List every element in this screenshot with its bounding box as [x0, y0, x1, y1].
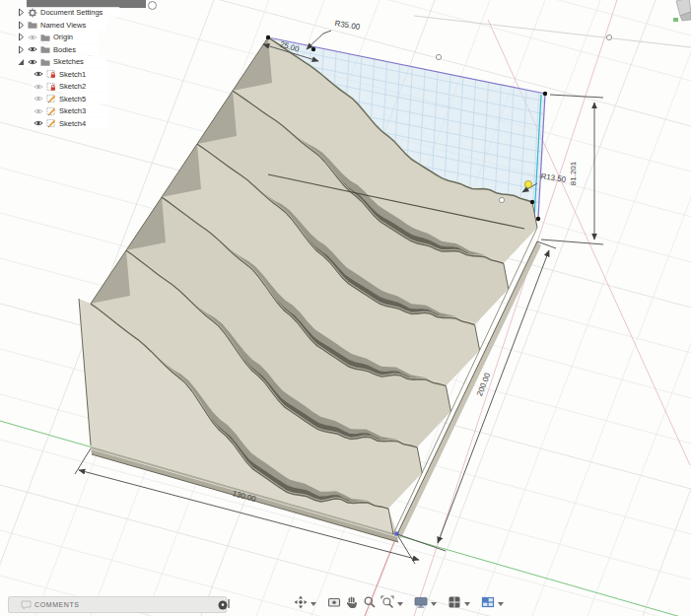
tree-item-sketch1[interactable]: Sketch1 [32, 69, 108, 80]
expand-arrow-icon[interactable] [18, 33, 25, 41]
viewports-dropdown-caret[interactable] [498, 602, 504, 606]
sketch-edit-icon [46, 94, 56, 103]
expand-arrow-icon[interactable] [18, 8, 25, 17]
document-status-badge [148, 1, 157, 10]
tree-item-sketch4[interactable]: Sketch4 [32, 118, 108, 129]
sketch-edit-icon [46, 106, 56, 116]
visibility-eye-icon[interactable] [34, 94, 43, 103]
dim-height[interactable]: 81.201 [569, 161, 578, 185]
viewports-icon[interactable] [480, 594, 495, 609]
grid-and-snaps-icon[interactable] [447, 594, 461, 609]
tree-item-label: Bodies [53, 45, 76, 54]
folder-icon [40, 44, 50, 54]
pan-icon[interactable] [344, 594, 359, 609]
tree-item-label: Named Views [40, 21, 86, 30]
folder-icon [40, 57, 50, 67]
dim-radius-front[interactable]: R13.50 [540, 171, 567, 184]
grid-and-snaps-dropdown-caret[interactable] [464, 602, 470, 606]
tree-item-label: Origin [53, 33, 73, 41]
gear-icon [28, 8, 37, 18]
look-at-icon[interactable] [326, 594, 341, 609]
dim-radius-top[interactable]: R35.00 [334, 19, 361, 32]
folder-icon [40, 33, 50, 42]
tree-item-label: Sketch2 [59, 82, 86, 91]
tree-item-bodies[interactable]: Bodies [16, 44, 99, 55]
tree-item-label: Sketch4 [59, 119, 86, 128]
zoom-icon[interactable] [362, 594, 377, 609]
comments-label: COMMENTS [35, 601, 226, 608]
folder-icon [28, 20, 37, 30]
visibility-eye-icon[interactable] [28, 57, 37, 67]
zoom-window-dropdown-caret[interactable] [397, 602, 403, 606]
sketch-locked-icon [46, 82, 56, 92]
expand-arrow-icon[interactable] [18, 45, 25, 54]
tree-item-label: Document Settings [40, 8, 103, 17]
comment-count-icon[interactable] [218, 600, 228, 610]
visibility-eye-icon[interactable] [28, 44, 37, 54]
orbit-dropdown-caret[interactable] [311, 602, 316, 606]
visibility-eye-icon[interactable] [34, 69, 43, 79]
viewport-canvas[interactable]: R35.00 25.00 R13.50 81.201 200.00 130.00 [0, 0, 691, 616]
comments-bar[interactable]: COMMENTS [8, 596, 227, 613]
tree-item-label: Sketch5 [59, 95, 86, 103]
tree-item-named-views[interactable]: Named Views [16, 20, 106, 31]
tree-item-label: Sketch3 [59, 106, 86, 115]
zoom-window-icon[interactable] [380, 594, 394, 609]
comments-expand-handle[interactable] [228, 599, 230, 608]
expand-arrow-icon[interactable] [18, 21, 25, 30]
display-settings-icon[interactable] [413, 594, 428, 609]
tree-item-origin[interactable]: Origin [16, 32, 99, 42]
comment-bubble-outline-icon [21, 600, 32, 610]
visibility-eye-icon[interactable] [28, 33, 37, 42]
sketch-edit-icon [46, 118, 56, 128]
tree-item-sketches[interactable]: Sketches [16, 56, 106, 67]
orbit-icon[interactable] [293, 594, 308, 609]
tree-item-sketch2[interactable]: Sketch2 [32, 81, 108, 92]
display-settings-dropdown-caret[interactable] [431, 602, 437, 606]
collapse-arrow-icon[interactable] [18, 57, 25, 66]
sketch-locked-icon [46, 69, 56, 79]
visibility-eye-icon[interactable] [34, 118, 43, 128]
navigation-toolbar [293, 592, 505, 611]
tree-item-label: Sketches [53, 57, 84, 66]
tree-item-label: Sketch1 [59, 70, 86, 79]
view-cube[interactable] [673, 0, 691, 22]
visibility-eye-icon[interactable] [34, 82, 43, 92]
tree-item-document-settings[interactable]: Document Settings [16, 7, 120, 18]
tree-item-sketch3[interactable]: Sketch3 [32, 105, 108, 116]
tree-item-sketch5[interactable]: Sketch5 [32, 94, 108, 104]
visibility-eye-icon[interactable] [34, 106, 43, 116]
